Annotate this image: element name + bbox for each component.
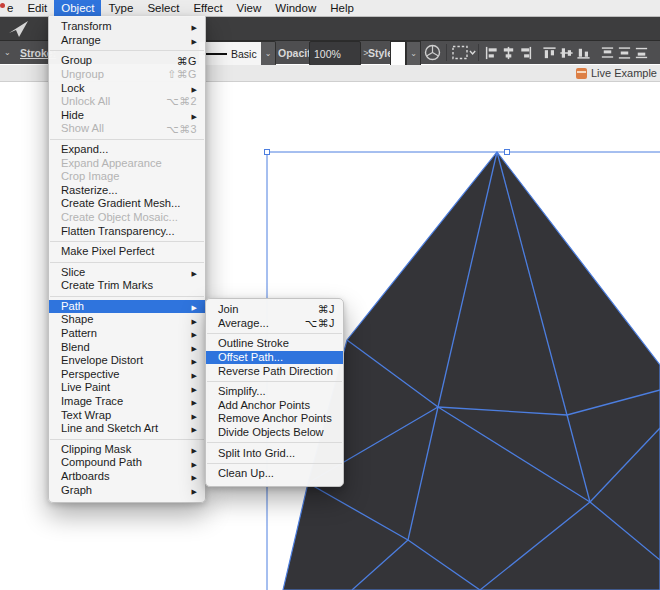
object-menu-item-clipping-mask[interactable]: Clipping Mask▶ (49, 443, 205, 457)
object-menu-item-expand-appearance[interactable]: Expand Appearance (49, 156, 205, 170)
selection-handle-top-left[interactable] (265, 150, 270, 155)
menu-item-label: Envelope Distort (61, 355, 143, 366)
object-menu-item-create-trim-marks[interactable]: Create Trim Marks (49, 279, 205, 293)
object-menu-item-create-gradient-mesh[interactable]: Create Gradient Mesh... (49, 197, 205, 211)
object-menu-item-image-trace[interactable]: Image Trace▶ (49, 395, 205, 409)
object-menu-item-artboards[interactable]: Artboards▶ (49, 470, 205, 484)
menubar-item-view[interactable]: View (230, 0, 269, 16)
style-swatch[interactable] (390, 41, 406, 66)
path-submenu-item-clean-up[interactable]: Clean Up... (206, 467, 343, 481)
object-menu-item-crop-image[interactable]: Crop Image (49, 170, 205, 184)
brush-definition-dropdown[interactable]: Basic (198, 41, 270, 66)
object-menu-item-expand[interactable]: Expand... (49, 143, 205, 157)
record-dot (0, 3, 5, 8)
object-menu-item-flatten-transparency[interactable]: Flatten Transparency... (49, 224, 205, 238)
path-submenu-item-outline-stroke[interactable]: Outline Stroke (206, 337, 343, 351)
align-h-center-icon[interactable] (501, 41, 516, 64)
object-menu-item-compound-path[interactable]: Compound Path▶ (49, 456, 205, 470)
align-left-icon[interactable] (484, 41, 499, 64)
object-menu-item-pattern[interactable]: Pattern▶ (49, 327, 205, 341)
menu-item-label: Arrange (61, 35, 101, 46)
menubar-item-type[interactable]: Type (101, 0, 140, 16)
object-menu-item-hide[interactable]: Hide▶ (49, 109, 205, 123)
menu-item-shortcut: ⇧⌘G (167, 69, 197, 80)
control-bar-separator-2 (478, 44, 479, 61)
object-menu-item-blend[interactable]: Blend▶ (49, 340, 205, 354)
submenu-arrow-icon: ▶ (192, 303, 197, 310)
object-menu-item-unlock-all[interactable]: Unlock All⌥⌘2 (49, 95, 205, 109)
menubar-item-effect[interactable]: Effect (186, 0, 229, 16)
object-menu-item-text-wrap[interactable]: Text Wrap▶ (49, 408, 205, 422)
object-menu-item-graph[interactable]: Graph▶ (49, 483, 205, 497)
menu-separator (50, 439, 204, 440)
object-menu-item-arrange[interactable]: Arrange▶ (49, 34, 205, 48)
panel-chevron-icon[interactable]: ⌄ (4, 41, 11, 64)
object-menu-item-perspective[interactable]: Perspective▶ (49, 368, 205, 382)
path-submenu-item-split-into-grid[interactable]: Split Into Grid... (206, 446, 343, 460)
align-bottom-icon[interactable] (576, 41, 591, 64)
path-submenu-item-divide-objects-below[interactable]: Divide Objects Below (206, 426, 343, 440)
object-menu-item-show-all[interactable]: Show All⌥⌘3 (49, 122, 205, 136)
path-submenu-item-average[interactable]: Average...⌥⌘J (206, 317, 343, 331)
distribute-bottom-icon[interactable] (634, 41, 649, 64)
select-similar-icon[interactable] (452, 41, 476, 64)
live-example-badge[interactable]: Live Example (576, 67, 660, 79)
selection-handle-top-center[interactable] (505, 150, 510, 155)
object-menu-item-lock[interactable]: Lock▶ (49, 81, 205, 95)
object-menu-item-path[interactable]: Path▶ (49, 300, 205, 314)
menubar-item-help[interactable]: Help (323, 0, 361, 16)
menu-bar: eEditObjectTypeSelectEffectViewWindowHel… (0, 0, 660, 17)
menubar-item-select[interactable]: Select (140, 0, 186, 16)
menu-bar-items: eEditObjectTypeSelectEffectViewWindowHel… (0, 0, 361, 16)
opacity-value-field[interactable]: 100% (309, 41, 361, 66)
path-submenu-item-add-anchor-points[interactable]: Add Anchor Points (206, 399, 343, 413)
style-dropdown-chevron-icon[interactable]: ⌄ (406, 41, 421, 66)
brush-dropdown-chevron-icon[interactable]: ⌄ (261, 41, 276, 66)
align-right-icon[interactable] (518, 41, 533, 64)
object-menu-item-live-paint[interactable]: Live Paint▶ (49, 381, 205, 395)
path-submenu-item-simplify[interactable]: Simplify... (206, 385, 343, 399)
object-menu-item-shape[interactable]: Shape▶ (49, 313, 205, 327)
menu-item-label: Divide Objects Below (218, 427, 324, 438)
path-submenu-item-remove-anchor-points[interactable]: Remove Anchor Points (206, 412, 343, 426)
object-menu-item-line-and-sketch-art[interactable]: Line and Sketch Art▶ (49, 422, 205, 436)
path-submenu-item-join[interactable]: Join⌘J (206, 303, 343, 317)
menu-item-label: Ungroup (61, 69, 104, 80)
menubar-item-edit[interactable]: Edit (20, 0, 54, 16)
object-menu-item-rasterize[interactable]: Rasterize... (49, 184, 205, 198)
submenu-arrow-icon: ▶ (192, 446, 197, 453)
menu-item-label: Create Trim Marks (61, 280, 153, 291)
object-menu-item-slice[interactable]: Slice▶ (49, 266, 205, 280)
path-submenu-item-offset-path[interactable]: Offset Path... (206, 351, 343, 365)
submenu-arrow-icon: ▶ (192, 399, 197, 406)
submenu-arrow-icon: ▶ (192, 24, 197, 31)
menu-item-label: Add Anchor Points (218, 400, 310, 411)
menu-separator (50, 241, 204, 242)
object-menu-item-group[interactable]: Group⌘G (49, 54, 205, 68)
menu-item-label: Show All (61, 123, 104, 134)
align-top-icon[interactable] (542, 41, 557, 64)
submenu-arrow-icon: ▶ (192, 344, 197, 351)
align-v-center-icon[interactable] (559, 41, 574, 64)
object-menu-item-envelope-distort[interactable]: Envelope Distort▶ (49, 354, 205, 368)
distribute-v-center-icon[interactable] (617, 41, 632, 64)
object-menu-item-ungroup[interactable]: Ungroup⇧⌘G (49, 68, 205, 82)
recolor-artwork-icon[interactable] (424, 41, 441, 64)
distribute-top-icon[interactable] (600, 41, 615, 64)
live-example-box-icon (576, 68, 587, 79)
path-submenu-item-reverse-path-direction[interactable]: Reverse Path Direction (206, 364, 343, 378)
menu-item-shortcut: ⌥⌘J (305, 318, 335, 329)
object-menu-item-transform[interactable]: Transform▶ (49, 20, 205, 34)
menubar-item-object[interactable]: Object (54, 0, 101, 16)
menu-item-label: Rasterize... (61, 185, 118, 196)
menubar-item-window[interactable]: Window (268, 0, 323, 16)
menu-separator (207, 442, 342, 443)
brush-name: Basic (231, 48, 257, 60)
control-bar-separator (446, 44, 447, 61)
menu-item-label: Compound Path (61, 457, 142, 468)
object-menu-item-make-pixel-perfect[interactable]: Make Pixel Perfect (49, 245, 205, 259)
object-menu-item-create-object-mosaic[interactable]: Create Object Mosaic... (49, 211, 205, 225)
submenu-arrow-icon: ▶ (192, 331, 197, 338)
submenu-arrow-icon: ▶ (192, 487, 197, 494)
menu-item-label: Expand Appearance (61, 158, 162, 169)
